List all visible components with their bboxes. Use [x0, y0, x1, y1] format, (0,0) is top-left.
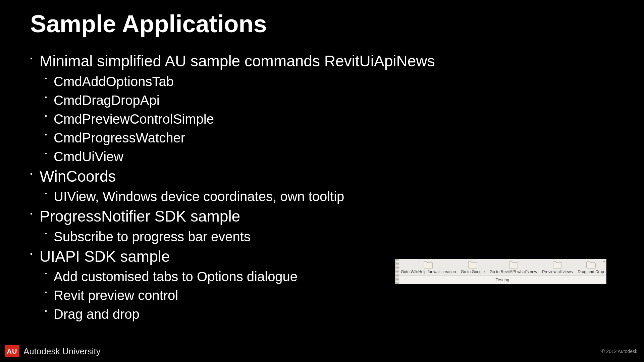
- folder-icon: [468, 261, 477, 268]
- ribbon-item[interactable]: Goto WikiHelp for wall creation: [401, 261, 456, 274]
- brand-badge: AU Autodesk University: [5, 345, 101, 357]
- bullet-l2: Subscribe to progress bar events: [45, 228, 624, 246]
- slide-title: Sample Applications: [30, 10, 267, 38]
- brand-text: Autodesk University: [23, 346, 101, 357]
- bullet-l1: WinCoords: [30, 167, 624, 186]
- ribbon-item[interactable]: Preview all views: [542, 261, 573, 274]
- folder-icon: [553, 261, 562, 268]
- bullet-l2: CmdPreviewControlSimple: [45, 110, 624, 128]
- folder-icon: [586, 261, 596, 268]
- ribbon-item-label: Go to Google: [461, 270, 485, 274]
- bullet-l1: Minimal simplified AU sample commands Re…: [30, 52, 624, 71]
- ribbon-item[interactable]: Go to Google: [461, 261, 485, 274]
- ribbon-grip[interactable]: [395, 259, 399, 284]
- ribbon-item[interactable]: Drag and Drop: [578, 261, 604, 274]
- chevron-down-icon[interactable]: ▾: [603, 260, 605, 263]
- bullet-l2: CmdAddOptionsTab: [45, 72, 624, 90]
- bullet-l2: UIView, Windows device coordinates, own …: [45, 187, 624, 205]
- bullet-l1: ProgressNotifier SDK sample: [30, 207, 624, 226]
- ribbon-item-label: Goto WikiHelp for wall creation: [401, 270, 456, 274]
- au-logo: AU: [5, 345, 19, 357]
- bullet-l2: CmdDragDropApi: [45, 91, 624, 109]
- folder-icon: [509, 261, 518, 268]
- folder-icon: [424, 261, 433, 268]
- bullet-l2: CmdProgressWatcher: [45, 129, 624, 147]
- ribbon-item-label: Go to RevitAPI what's new: [490, 270, 537, 274]
- ribbon-items: Goto WikiHelp for wall creation Go to Go…: [395, 259, 606, 276]
- ribbon-panel: ▾ Goto WikiHelp for wall creation Go to …: [395, 259, 606, 284]
- ribbon-item[interactable]: Go to RevitAPI what's new: [490, 261, 537, 274]
- bullet-l2: Revit preview control: [45, 286, 624, 304]
- bullet-l2: Drag and drop: [45, 305, 624, 323]
- ribbon-item-label: Preview all views: [542, 270, 573, 274]
- ribbon-item-label: Drag and Drop: [578, 270, 604, 274]
- copyright: © 2012 Autodesk: [601, 349, 637, 354]
- bullet-l2: CmdUiView: [45, 147, 624, 166]
- footer: AU Autodesk University © 2012 Autodesk: [5, 345, 637, 357]
- ribbon-tab[interactable]: Testing: [399, 276, 606, 284]
